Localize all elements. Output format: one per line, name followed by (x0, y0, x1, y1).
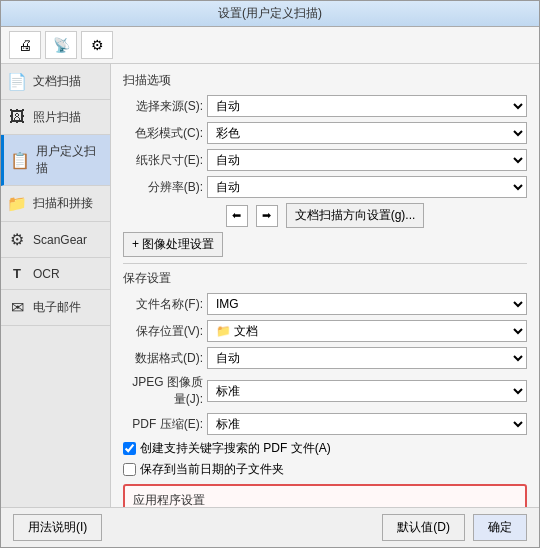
sidebar-item-user-defined-label: 用户定义扫描 (36, 143, 104, 177)
sidebar-item-photo-label: 照片扫描 (33, 109, 81, 126)
window-title: 设置(用户定义扫描) (218, 6, 322, 20)
sidebar-item-scan-folder-label: 扫描和拼接 (33, 195, 93, 212)
app-settings-title: 应用程序设置 (133, 492, 517, 507)
bottom-right-btns: 默认值(D) 确定 (382, 514, 527, 541)
user-defined-scan-icon: 📋 (10, 151, 30, 170)
data-format-label: 数据格式(D): (123, 350, 203, 367)
document-scan-icon: 📄 (7, 72, 27, 91)
sidebar-item-user-defined-scan[interactable]: 📋 用户定义扫描 (1, 135, 110, 186)
pdf-compression-label: PDF 压缩(E): (123, 416, 203, 433)
color-label: 色彩模式(C): (123, 125, 203, 142)
image-settings-label: + 图像处理设置 (132, 236, 214, 253)
jpeg-quality-row: JPEG 图像质量(J): 标准 (123, 374, 527, 408)
settings-icon: ⚙ (91, 37, 104, 53)
checkbox1-label: 创建支持关键字搜索的 PDF 文件(A) (140, 440, 331, 457)
divider-1 (123, 263, 527, 264)
pdf-compression-select[interactable]: 标准 (207, 413, 527, 435)
left-arrow-btn[interactable]: ⬅ (226, 205, 248, 227)
toolbar-btn-1[interactable]: 🖨 (9, 31, 41, 59)
ok-btn[interactable]: 确定 (473, 514, 527, 541)
color-row: 色彩模式(C): 彩色 (123, 122, 527, 144)
sidebar-item-ocr-label: OCR (33, 267, 60, 281)
default-label: 默认值(D) (397, 520, 450, 534)
paper-row: 纸张尺寸(E): 自动 (123, 149, 527, 171)
paper-label: 纸张尺寸(E): (123, 152, 203, 169)
sidebar: 📄 文档扫描 🖼 照片扫描 📋 用户定义扫描 📁 扫描和拼接 ⚙ ScanGea… (1, 64, 111, 507)
source-row: 选择来源(S): 自动 (123, 95, 527, 117)
ocr-icon: T (7, 266, 27, 281)
source-label: 选择来源(S): (123, 98, 203, 115)
toolbar-btn-2[interactable]: 📡 (45, 31, 77, 59)
paper-select[interactable]: 自动 (207, 149, 527, 171)
bottom-bar: 用法说明(I) 默认值(D) 确定 (1, 507, 539, 547)
email-icon: ✉ (7, 298, 27, 317)
photo-scan-icon: 🖼 (7, 108, 27, 126)
save-location-select[interactable]: 📁 文档 (207, 320, 527, 342)
checkbox2-row: 保存到当前日期的子文件夹 (123, 461, 527, 478)
network-icon: 📡 (53, 37, 70, 53)
resolution-label: 分辨率(B): (123, 179, 203, 196)
help-label: 用法说明(I) (28, 520, 87, 534)
sidebar-item-document-scan[interactable]: 📄 文档扫描 (1, 64, 110, 100)
resolution-row: 分辨率(B): 自动 (123, 176, 527, 198)
image-settings-btn[interactable]: + 图像处理设置 (123, 232, 223, 257)
right-panel: 扫描选项 选择来源(S): 自动 色彩模式(C): 彩色 纸张尺寸(E): 自动… (111, 64, 539, 507)
data-format-row: 数据格式(D): 自动 (123, 347, 527, 369)
app-settings-section: 应用程序设置 以应用程序打开: 🖥 Windows 资源管理器 发送到应用程序:… (123, 484, 527, 507)
scan-options-title: 扫描选项 (123, 72, 527, 89)
sidebar-item-ocr[interactable]: T OCR (1, 258, 110, 290)
jpeg-quality-label: JPEG 图像质量(J): (123, 374, 203, 408)
doc-orientation-label: 文档扫描方向设置(g)... (295, 207, 416, 224)
resolution-select[interactable]: 自动 (207, 176, 527, 198)
right-arrow-btn[interactable]: ➡ (256, 205, 278, 227)
sidebar-item-email-label: 电子邮件 (33, 299, 81, 316)
source-select[interactable]: 自动 (207, 95, 527, 117)
scangear-icon: ⚙ (7, 230, 27, 249)
title-bar: 设置(用户定义扫描) (1, 1, 539, 27)
save-location-row: 保存位置(V): 📁 文档 (123, 320, 527, 342)
main-content: 📄 文档扫描 🖼 照片扫描 📋 用户定义扫描 📁 扫描和拼接 ⚙ ScanGea… (1, 64, 539, 507)
default-btn[interactable]: 默认值(D) (382, 514, 465, 541)
filename-row: 文件名称(F): IMG (123, 293, 527, 315)
sidebar-item-document-label: 文档扫描 (33, 73, 81, 90)
toolbar-btn-3[interactable]: ⚙ (81, 31, 113, 59)
scan-folder-icon: 📁 (7, 194, 27, 213)
checkbox2-label: 保存到当前日期的子文件夹 (140, 461, 284, 478)
printer-icon: 🖨 (18, 37, 32, 53)
checkbox1[interactable] (123, 442, 136, 455)
filename-select[interactable]: IMG (207, 293, 527, 315)
sidebar-item-scan-folder[interactable]: 📁 扫描和拼接 (1, 186, 110, 222)
data-format-select[interactable]: 自动 (207, 347, 527, 369)
sidebar-item-scangear[interactable]: ⚙ ScanGear (1, 222, 110, 258)
main-window: 设置(用户定义扫描) 🖨 📡 ⚙ 📄 文档扫描 🖼 照片扫描 📋 用 (0, 0, 540, 548)
toolbar: 🖨 📡 ⚙ (1, 27, 539, 64)
ok-label: 确定 (488, 520, 512, 534)
orientation-row: ⬅ ➡ 文档扫描方向设置(g)... (123, 203, 527, 228)
save-location-label: 保存位置(V): (123, 323, 203, 340)
save-settings-title: 保存设置 (123, 270, 527, 287)
sidebar-item-email[interactable]: ✉ 电子邮件 (1, 290, 110, 326)
checkbox2[interactable] (123, 463, 136, 476)
doc-orientation-btn[interactable]: 文档扫描方向设置(g)... (286, 203, 425, 228)
sidebar-item-photo-scan[interactable]: 🖼 照片扫描 (1, 100, 110, 135)
filename-label: 文件名称(F): (123, 296, 203, 313)
pdf-compression-row: PDF 压缩(E): 标准 (123, 413, 527, 435)
sidebar-item-scangear-label: ScanGear (33, 233, 87, 247)
jpeg-quality-select[interactable]: 标准 (207, 380, 527, 402)
checkbox1-row: 创建支持关键字搜索的 PDF 文件(A) (123, 440, 527, 457)
color-select[interactable]: 彩色 (207, 122, 527, 144)
help-btn[interactable]: 用法说明(I) (13, 514, 102, 541)
